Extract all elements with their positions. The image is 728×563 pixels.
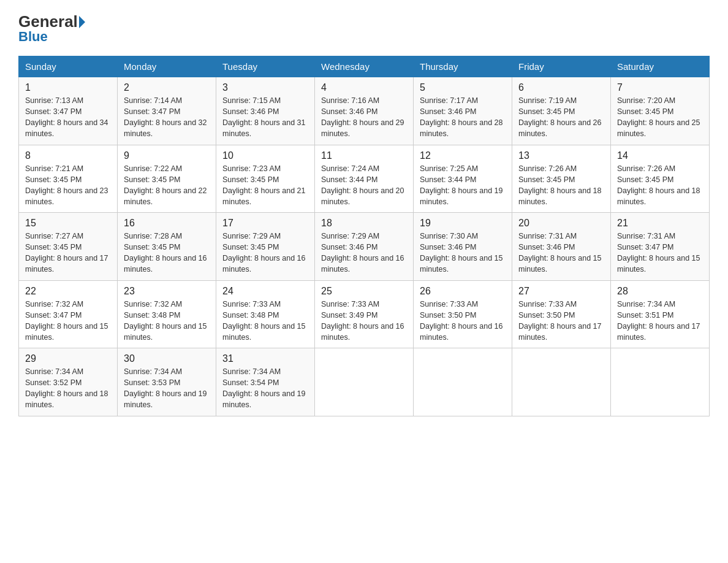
calendar-week-4: 22Sunrise: 7:32 AMSunset: 3:47 PMDayligh… (19, 280, 710, 348)
calendar-cell: 25Sunrise: 7:33 AMSunset: 3:49 PMDayligh… (315, 280, 414, 348)
day-info: Sunrise: 7:31 AMSunset: 3:46 PMDaylight:… (518, 231, 604, 275)
day-info: Sunrise: 7:30 AMSunset: 3:46 PMDaylight:… (420, 231, 506, 275)
calendar-cell (611, 348, 710, 416)
calendar-cell: 28Sunrise: 7:34 AMSunset: 3:51 PMDayligh… (611, 280, 710, 348)
day-number: 4 (321, 82, 407, 93)
day-info: Sunrise: 7:34 AMSunset: 3:53 PMDaylight:… (124, 366, 210, 411)
day-info: Sunrise: 7:26 AMSunset: 3:45 PMDaylight:… (617, 163, 703, 208)
calendar-week-5: 29Sunrise: 7:34 AMSunset: 3:52 PMDayligh… (19, 348, 710, 416)
page-header: General Blue (18, 12, 710, 45)
day-number: 6 (518, 82, 604, 93)
day-number: 16 (124, 218, 210, 229)
calendar-cell: 4Sunrise: 7:16 AMSunset: 3:46 PMDaylight… (315, 77, 414, 145)
day-info: Sunrise: 7:29 AMSunset: 3:45 PMDaylight:… (222, 231, 308, 275)
calendar-cell: 29Sunrise: 7:34 AMSunset: 3:52 PMDayligh… (19, 348, 118, 416)
calendar-cell: 16Sunrise: 7:28 AMSunset: 3:45 PMDayligh… (118, 213, 216, 281)
column-header-sunday: Sunday (19, 56, 118, 77)
day-info: Sunrise: 7:21 AMSunset: 3:45 PMDaylight:… (25, 163, 111, 208)
day-number: 15 (25, 218, 111, 229)
calendar-cell: 17Sunrise: 7:29 AMSunset: 3:45 PMDayligh… (216, 213, 315, 281)
day-info: Sunrise: 7:32 AMSunset: 3:47 PMDaylight:… (25, 299, 111, 343)
calendar-cell: 26Sunrise: 7:33 AMSunset: 3:50 PMDayligh… (414, 280, 512, 348)
logo: General Blue (18, 12, 86, 45)
calendar-cell: 20Sunrise: 7:31 AMSunset: 3:46 PMDayligh… (512, 213, 611, 281)
day-number: 7 (617, 82, 703, 93)
day-number: 9 (124, 150, 210, 161)
day-info: Sunrise: 7:34 AMSunset: 3:54 PMDaylight:… (222, 366, 308, 411)
day-number: 26 (420, 286, 506, 297)
calendar-week-3: 15Sunrise: 7:27 AMSunset: 3:45 PMDayligh… (19, 213, 710, 281)
logo-triangle-icon (79, 16, 85, 28)
calendar-week-2: 8Sunrise: 7:21 AMSunset: 3:45 PMDaylight… (19, 145, 710, 213)
day-number: 12 (420, 150, 506, 161)
calendar-cell: 6Sunrise: 7:19 AMSunset: 3:45 PMDaylight… (512, 77, 611, 145)
calendar-cell (315, 348, 414, 416)
day-number: 8 (25, 150, 111, 161)
day-number: 11 (321, 150, 407, 161)
day-info: Sunrise: 7:34 AMSunset: 3:51 PMDaylight:… (617, 299, 703, 343)
day-info: Sunrise: 7:33 AMSunset: 3:50 PMDaylight:… (420, 299, 506, 343)
day-number: 29 (25, 353, 111, 364)
calendar-cell: 5Sunrise: 7:17 AMSunset: 3:46 PMDaylight… (414, 77, 512, 145)
calendar-cell: 22Sunrise: 7:32 AMSunset: 3:47 PMDayligh… (19, 280, 118, 348)
calendar-cell: 12Sunrise: 7:25 AMSunset: 3:44 PMDayligh… (414, 145, 512, 213)
day-number: 10 (222, 150, 308, 161)
calendar-cell: 1Sunrise: 7:13 AMSunset: 3:47 PMDaylight… (19, 77, 118, 145)
day-info: Sunrise: 7:28 AMSunset: 3:45 PMDaylight:… (124, 231, 210, 275)
day-info: Sunrise: 7:27 AMSunset: 3:45 PMDaylight:… (25, 231, 111, 275)
day-info: Sunrise: 7:20 AMSunset: 3:45 PMDaylight:… (617, 95, 703, 140)
calendar-table: SundayMondayTuesdayWednesdayThursdayFrid… (18, 56, 710, 416)
day-info: Sunrise: 7:25 AMSunset: 3:44 PMDaylight:… (420, 163, 506, 208)
calendar-cell: 11Sunrise: 7:24 AMSunset: 3:44 PMDayligh… (315, 145, 414, 213)
day-number: 17 (222, 218, 308, 229)
calendar-cell: 18Sunrise: 7:29 AMSunset: 3:46 PMDayligh… (315, 213, 414, 281)
day-info: Sunrise: 7:16 AMSunset: 3:46 PMDaylight:… (321, 95, 407, 140)
day-info: Sunrise: 7:19 AMSunset: 3:45 PMDaylight:… (518, 95, 604, 140)
day-number: 25 (321, 286, 407, 297)
logo-blue-text: Blue (18, 29, 48, 45)
calendar-cell: 10Sunrise: 7:23 AMSunset: 3:45 PMDayligh… (216, 145, 315, 213)
day-number: 2 (124, 82, 210, 93)
calendar-week-1: 1Sunrise: 7:13 AMSunset: 3:47 PMDaylight… (19, 77, 710, 145)
calendar-cell: 31Sunrise: 7:34 AMSunset: 3:54 PMDayligh… (216, 348, 315, 416)
day-number: 30 (124, 353, 210, 364)
day-number: 5 (420, 82, 506, 93)
calendar-cell (414, 348, 512, 416)
calendar-cell (512, 348, 611, 416)
column-header-friday: Friday (512, 56, 611, 77)
day-info: Sunrise: 7:15 AMSunset: 3:46 PMDaylight:… (222, 95, 308, 140)
day-number: 28 (617, 286, 703, 297)
column-header-wednesday: Wednesday (315, 56, 414, 77)
calendar-cell: 24Sunrise: 7:33 AMSunset: 3:48 PMDayligh… (216, 280, 315, 348)
calendar-cell: 19Sunrise: 7:30 AMSunset: 3:46 PMDayligh… (414, 213, 512, 281)
day-info: Sunrise: 7:26 AMSunset: 3:45 PMDaylight:… (518, 163, 604, 208)
column-header-tuesday: Tuesday (216, 56, 315, 77)
day-info: Sunrise: 7:17 AMSunset: 3:46 PMDaylight:… (420, 95, 506, 140)
day-info: Sunrise: 7:13 AMSunset: 3:47 PMDaylight:… (25, 95, 111, 140)
day-info: Sunrise: 7:33 AMSunset: 3:48 PMDaylight:… (222, 299, 308, 343)
column-header-saturday: Saturday (611, 56, 710, 77)
day-number: 21 (617, 218, 703, 229)
day-info: Sunrise: 7:31 AMSunset: 3:47 PMDaylight:… (617, 231, 703, 275)
day-info: Sunrise: 7:33 AMSunset: 3:49 PMDaylight:… (321, 299, 407, 343)
day-number: 24 (222, 286, 308, 297)
day-number: 31 (222, 353, 308, 364)
calendar-cell: 14Sunrise: 7:26 AMSunset: 3:45 PMDayligh… (611, 145, 710, 213)
column-header-thursday: Thursday (414, 56, 512, 77)
day-number: 14 (617, 150, 703, 161)
calendar-cell: 21Sunrise: 7:31 AMSunset: 3:47 PMDayligh… (611, 213, 710, 281)
day-info: Sunrise: 7:32 AMSunset: 3:48 PMDaylight:… (124, 299, 210, 343)
day-info: Sunrise: 7:29 AMSunset: 3:46 PMDaylight:… (321, 231, 407, 275)
day-info: Sunrise: 7:14 AMSunset: 3:47 PMDaylight:… (124, 95, 210, 140)
calendar-cell: 8Sunrise: 7:21 AMSunset: 3:45 PMDaylight… (19, 145, 118, 213)
calendar-cell: 13Sunrise: 7:26 AMSunset: 3:45 PMDayligh… (512, 145, 611, 213)
calendar-cell: 3Sunrise: 7:15 AMSunset: 3:46 PMDaylight… (216, 77, 315, 145)
column-header-monday: Monday (118, 56, 216, 77)
day-number: 18 (321, 218, 407, 229)
calendar-cell: 2Sunrise: 7:14 AMSunset: 3:47 PMDaylight… (118, 77, 216, 145)
day-number: 3 (222, 82, 308, 93)
calendar-cell: 7Sunrise: 7:20 AMSunset: 3:45 PMDaylight… (611, 77, 710, 145)
day-info: Sunrise: 7:24 AMSunset: 3:44 PMDaylight:… (321, 163, 407, 208)
day-info: Sunrise: 7:33 AMSunset: 3:50 PMDaylight:… (518, 299, 604, 343)
day-info: Sunrise: 7:22 AMSunset: 3:45 PMDaylight:… (124, 163, 210, 208)
